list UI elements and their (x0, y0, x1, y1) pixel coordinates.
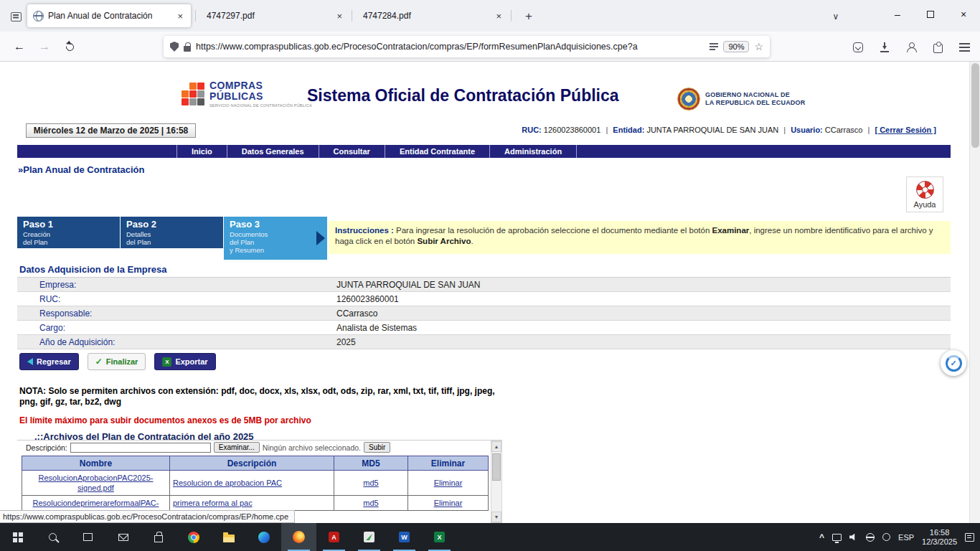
action-center-icon[interactable] (965, 533, 974, 542)
app-menu-button[interactable] (954, 37, 974, 57)
menu-datos-generales[interactable]: Datos Generales (227, 145, 319, 158)
status-ring-icon[interactable] (882, 533, 890, 541)
step-subtitle: Creación del Plan (23, 230, 114, 246)
edge-app-button[interactable] (246, 523, 281, 551)
datos-row-cargo: Cargo: Analista de Sistemas (17, 321, 951, 335)
floating-capture-widget[interactable]: ✓ (941, 350, 966, 376)
file-description-link[interactable]: primera reforma al pac (173, 499, 253, 507)
column-nombre: Nombre (22, 456, 170, 471)
extensions-puzzle-icon (933, 44, 943, 53)
acrobat-app-button[interactable]: A (316, 523, 352, 551)
menu-consultar[interactable]: Consultar (319, 145, 385, 158)
word-app-button[interactable]: W (387, 523, 422, 551)
tracking-protection-shield-icon[interactable] (170, 42, 179, 52)
wizard-step-2[interactable]: Paso 2 Detalles del Plan (121, 217, 223, 248)
instructions-box: Instrucciones : Para ingresar la resoluc… (329, 221, 951, 254)
reload-button[interactable] (59, 37, 80, 57)
md5-link[interactable]: md5 (363, 479, 378, 487)
file-row-1: ResolucionAprobacionPAC2025-signed.pdf R… (22, 471, 489, 496)
library-icon (11, 12, 22, 22)
regresar-button[interactable]: Regresar (19, 353, 79, 370)
wizard-step-3-active[interactable]: Paso 3 Documentos del Plan y Resumen (224, 217, 327, 260)
md5-link[interactable]: md5 (363, 499, 378, 507)
files-scrollbar[interactable]: ▲ ▼ (491, 441, 502, 523)
section-heading-datos: Datos Adquisicion de la Empresa (19, 264, 166, 275)
wizard-step-1[interactable]: Paso 1 Creación del Plan (17, 217, 120, 248)
network-icon[interactable] (866, 533, 875, 542)
back-button[interactable]: ← (9, 37, 30, 57)
logout-link[interactable]: [ Cerrar Sesión ] (875, 126, 936, 134)
page-content: COMPRAS PÚBLICAS SERVICIO NACIONAL DE CO… (0, 62, 980, 523)
display-status-icon[interactable] (832, 534, 842, 541)
menu-administracion[interactable]: Administración (490, 145, 577, 158)
minimize-button[interactable]: – (881, 0, 914, 29)
help-button[interactable]: Ayuda (906, 176, 943, 212)
examinar-button[interactable]: Examinar... (214, 442, 260, 453)
date-text: 12/3/2025 (922, 537, 957, 547)
file-explorer-button[interactable] (211, 523, 246, 551)
downloads-button[interactable] (875, 37, 895, 57)
field-value: JUNTA PARROQUIAL DE SAN JUAN (319, 280, 480, 290)
page-scrollbar[interactable] (969, 62, 980, 523)
logo-line1: COMPRAS (209, 80, 312, 91)
field-value: 2025 (319, 337, 356, 347)
tab-close-icon[interactable]: × (175, 11, 185, 22)
page-scrollbar-thumb[interactable] (971, 63, 979, 148)
list-all-tabs-button[interactable]: ∨ (826, 7, 845, 26)
scroll-down-icon[interactable]: ▼ (491, 512, 501, 522)
file-row-2: ResoluciondeprimerareformaalPAC- primera… (22, 496, 489, 511)
tab-4747297-pdf[interactable]: 4747297.pdf × (197, 4, 350, 27)
start-button[interactable] (0, 523, 35, 551)
time-text: 16:58 (922, 528, 957, 537)
close-window-button[interactable]: × (947, 0, 980, 29)
tab-separator (195, 10, 196, 22)
volume-icon[interactable] (849, 534, 858, 541)
maximize-button[interactable] (914, 0, 947, 29)
forward-button[interactable]: → (34, 37, 55, 57)
url-text[interactable]: https://www.compraspublicas.gob.ec/Proce… (196, 42, 705, 52)
extensions-button[interactable] (928, 37, 948, 57)
language-indicator[interactable]: ESP (898, 533, 914, 542)
account-button[interactable] (901, 37, 921, 57)
tray-expand-icon[interactable]: ^ (819, 532, 824, 542)
task-view-button[interactable] (70, 523, 105, 551)
chrome-app-button[interactable] (176, 523, 211, 551)
screen-capture-app-button[interactable] (352, 523, 387, 551)
clock[interactable]: 16:58 12/3/2025 (922, 528, 957, 547)
pocket-button[interactable] (848, 37, 868, 57)
zoom-level-badge[interactable]: 90% (723, 41, 749, 52)
scroll-up-icon[interactable]: ▲ (491, 441, 501, 452)
mail-app-button[interactable] (105, 523, 141, 551)
subir-button[interactable]: Subir (364, 442, 390, 453)
file-name-link[interactable]: ResolucionAprobacionPAC2025-signed.pdf (38, 474, 153, 492)
firefox-view-button[interactable] (6, 7, 25, 26)
store-app-button[interactable] (141, 523, 176, 551)
status-bar-link-preview: https://www.compraspublicas.gob.ec/Proce… (0, 510, 295, 523)
address-bar[interactable]: https://www.compraspublicas.gob.ec/Proce… (164, 36, 770, 57)
menu-inicio[interactable]: Inicio (176, 145, 227, 158)
main-menu: Inicio Datos Generales Consultar Entidad… (17, 145, 951, 158)
file-description-link[interactable]: Resolucion de aprobacion PAC (173, 479, 282, 487)
eliminar-link[interactable]: Eliminar (434, 499, 463, 507)
excel-app-button[interactable]: X (422, 523, 457, 551)
file-name-link[interactable]: ResoluciondeprimerareformaalPAC- (33, 499, 159, 507)
lock-icon[interactable] (184, 46, 191, 52)
menu-entidad-contratante[interactable]: Entidad Contratante (385, 145, 490, 158)
new-tab-button[interactable]: + (519, 7, 538, 26)
instructions-text: . (471, 237, 473, 245)
descripcion-input[interactable] (70, 443, 211, 453)
exportar-button[interactable]: X Exportar (154, 353, 215, 370)
reader-mode-icon[interactable] (710, 42, 718, 52)
files-scrollbar-thumb[interactable] (492, 453, 501, 481)
tab-4747284-pdf[interactable]: 4747284.pdf × (353, 4, 509, 27)
limite-warning: El límite máximo para subir documentos a… (19, 415, 311, 425)
firefox-app-button[interactable] (281, 523, 316, 551)
finalizar-button[interactable]: ✓ Finalizar (88, 353, 146, 370)
tab-separator (352, 10, 352, 22)
tab-plan-anual-de-contratacion[interactable]: Plan Anual de Contratación × (27, 4, 191, 27)
tab-close-icon[interactable]: × (494, 11, 504, 22)
eliminar-link[interactable]: Eliminar (434, 479, 463, 487)
tab-close-icon[interactable]: × (334, 11, 344, 22)
search-button[interactable] (35, 523, 70, 551)
bookmark-star-icon[interactable]: ☆ (754, 41, 763, 52)
